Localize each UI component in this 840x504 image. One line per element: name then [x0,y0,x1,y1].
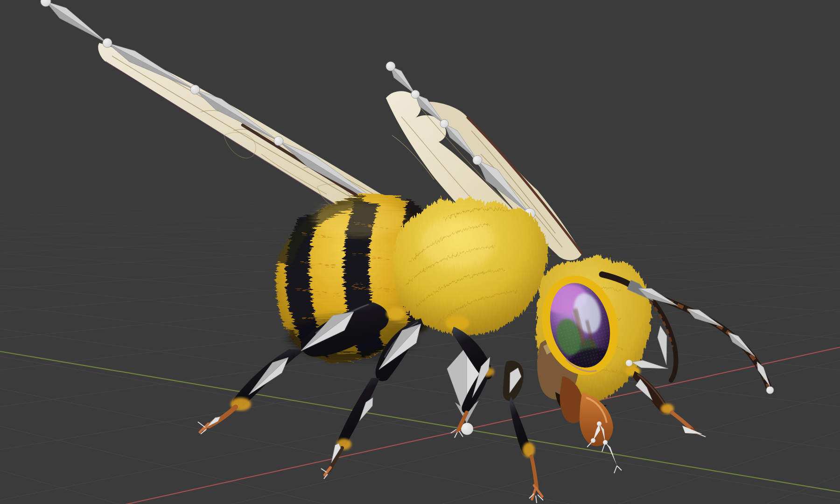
root-bone-ball[interactable] [461,423,473,435]
bone-joint-ball[interactable] [386,62,395,71]
viewport-canvas[interactable] [0,0,840,504]
antenna-tip-ball[interactable] [766,386,774,394]
blender-3d-viewport[interactable] [0,0,840,504]
